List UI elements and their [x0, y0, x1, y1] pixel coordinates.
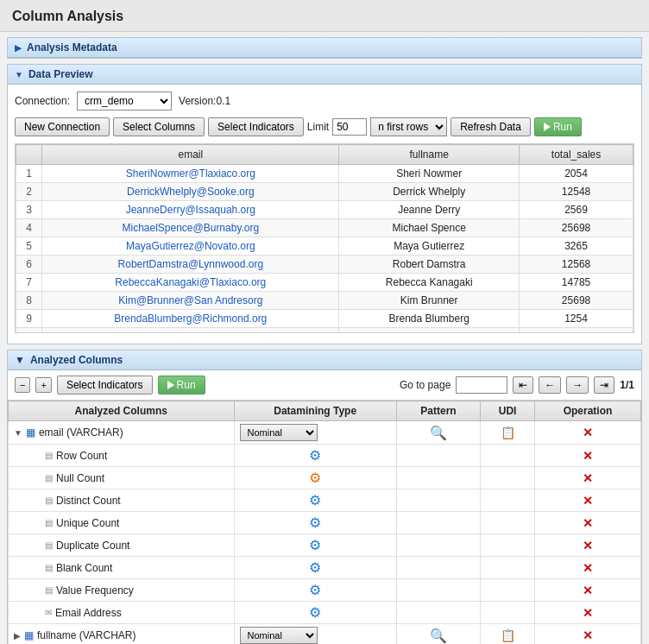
collapse-all-button[interactable]: −: [15, 377, 30, 393]
sales-cell: 25698: [520, 292, 633, 310]
analysis-metadata-header[interactable]: ▶ Analysis Metadata: [8, 38, 641, 58]
nav-prev-button[interactable]: ←: [539, 376, 561, 394]
analyzed-columns-header[interactable]: ▼ Analyzed Columns: [8, 350, 641, 370]
expand-all-button[interactable]: +: [35, 377, 51, 393]
analysis-table: Analyzed Columns Datamining Type Pattern…: [8, 401, 641, 644]
child-operation-cell: ✕: [535, 602, 641, 624]
run-label-bottom: Run: [177, 379, 196, 391]
email-cell: JeanneDerry@Issaquah.org: [42, 201, 339, 219]
run-button-top[interactable]: Run: [534, 117, 582, 136]
nav-first-button[interactable]: ⇤: [513, 376, 533, 394]
limit-input[interactable]: [332, 118, 367, 136]
child-pattern-cell: [396, 579, 480, 602]
connection-row: Connection: crm_demo Version:0.1: [15, 92, 634, 110]
child-udi-cell: [481, 489, 535, 512]
select-columns-button[interactable]: Select Columns: [113, 117, 205, 136]
child-udi-cell: [481, 579, 535, 602]
expand-icon[interactable]: ▶: [14, 631, 21, 641]
row-num-cell: 5: [16, 237, 42, 256]
child-col-name: Duplicate Count: [56, 540, 129, 552]
n-first-rows-select[interactable]: n first rows: [370, 117, 447, 136]
sales-cell: 2569: [520, 201, 633, 219]
gear-icon[interactable]: ⚙: [309, 493, 321, 508]
connection-select[interactable]: crm_demo: [77, 92, 172, 110]
delete-icon[interactable]: ✕: [583, 628, 593, 642]
nav-last-button[interactable]: ⇥: [594, 376, 614, 394]
select-indicators-button-bottom[interactable]: Select Indicators: [57, 376, 153, 395]
child-col-name: Blank Count: [56, 562, 112, 574]
gear-icon[interactable]: ⚙: [309, 470, 321, 485]
delete-icon[interactable]: ✕: [583, 561, 593, 575]
child-type-cell: ⚙: [234, 534, 396, 557]
fullname-cell: Maya Gutierrez: [339, 237, 520, 256]
run-button-bottom[interactable]: Run: [158, 376, 205, 395]
udi-cell: 📋: [481, 421, 535, 445]
fullname-cell: Rebecca Kanagaki: [339, 274, 520, 292]
child-udi-cell: [481, 445, 535, 467]
child-type-cell: ⚙: [234, 512, 396, 534]
analysis-col-header-type: Datamining Type: [234, 401, 396, 421]
table-row: 1SheriNowmer@Tlaxiaco.orgSheri Nowmer205…: [16, 165, 633, 183]
pattern-icon[interactable]: 🔍: [430, 426, 447, 440]
expand-icon[interactable]: ▼: [14, 428, 22, 438]
gear-icon[interactable]: ⚙: [309, 605, 321, 620]
delete-icon[interactable]: ✕: [583, 449, 593, 463]
analysis-child-row: ▤Duplicate Count⚙✕: [9, 534, 641, 557]
child-col-icon: ▤: [45, 496, 53, 505]
gear-icon[interactable]: ⚙: [309, 515, 321, 530]
child-operation-cell: ✕: [535, 534, 641, 557]
select-indicators-button-top[interactable]: Select Indicators: [208, 117, 304, 136]
child-col-name: Row Count: [56, 450, 107, 462]
analysis-child-row: ▤Distinct Count⚙✕: [9, 489, 641, 512]
goto-input[interactable]: [456, 376, 507, 394]
fullname-cell: Derrick Whelply: [339, 183, 520, 201]
gear-icon[interactable]: ⚙: [309, 560, 321, 575]
email-cell: BrendaBlumberg@Richmond.org: [42, 310, 339, 328]
delete-icon[interactable]: ✕: [583, 471, 593, 485]
child-col-name: Value Frequency: [56, 584, 134, 597]
child-pattern-cell: [396, 557, 480, 579]
metadata-arrow-icon: ▶: [15, 43, 22, 53]
column-name: email (VARCHAR): [39, 426, 123, 439]
analysis-col-header-udi: UDI: [481, 401, 535, 421]
child-col-name: Null Count: [56, 472, 104, 484]
child-operation-cell: ✕: [535, 557, 641, 579]
delete-icon[interactable]: ✕: [583, 539, 593, 552]
delete-icon[interactable]: ✕: [583, 494, 593, 508]
nav-next-button[interactable]: →: [566, 376, 589, 394]
child-col-icon: ✉: [45, 608, 52, 617]
child-type-cell: ⚙: [234, 602, 396, 624]
child-operation-cell: ✕: [535, 579, 641, 602]
child-col-icon: ▤: [45, 563, 53, 572]
data-preview-header[interactable]: ▼ Data Preview: [8, 65, 641, 85]
delete-icon[interactable]: ✕: [583, 426, 593, 439]
datamining-type-select[interactable]: Nominal: [240, 627, 318, 644]
new-connection-button[interactable]: New Connection: [15, 117, 110, 136]
delete-icon[interactable]: ✕: [583, 584, 593, 597]
table-row: 9BrendaBlumberg@Richmond.orgBrenda Blumb…: [16, 310, 633, 328]
data-preview-toolbar: New Connection Select Columns Select Ind…: [15, 117, 634, 136]
pattern-icon[interactable]: 🔍: [430, 628, 447, 643]
gear-icon[interactable]: ⚙: [309, 448, 321, 463]
row-num-cell: 7: [16, 274, 42, 292]
fullname-cell: Michael Spence: [339, 219, 520, 237]
datamining-type-select[interactable]: Nominal: [240, 424, 318, 441]
child-col-name-cell: ✉Email Address: [9, 602, 235, 624]
child-col-icon: ▤: [45, 451, 53, 460]
gear-icon[interactable]: ⚙: [309, 538, 321, 552]
delete-icon[interactable]: ✕: [583, 606, 593, 620]
row-num-cell: 9: [16, 310, 42, 328]
column-name: fullname (VARCHAR): [37, 629, 135, 641]
email-cell: RebeccaKanagaki@Tlaxiaco.org: [42, 274, 339, 292]
child-col-name-cell: ▤Value Frequency: [9, 579, 235, 602]
fullname-cell: Jeanne Derry: [339, 201, 520, 219]
refresh-data-button[interactable]: Refresh Data: [451, 117, 531, 136]
pattern-cell: 🔍: [396, 624, 480, 645]
delete-icon[interactable]: ✕: [583, 516, 593, 530]
analyzed-columns-label: Analyzed Columns: [30, 354, 123, 366]
udi-icon[interactable]: 📋: [501, 426, 515, 439]
udi-icon[interactable]: 📋: [501, 628, 515, 642]
gear-icon[interactable]: ⚙: [309, 583, 321, 597]
child-col-icon: ▤: [45, 518, 53, 527]
udi-cell: 📋: [481, 624, 535, 645]
